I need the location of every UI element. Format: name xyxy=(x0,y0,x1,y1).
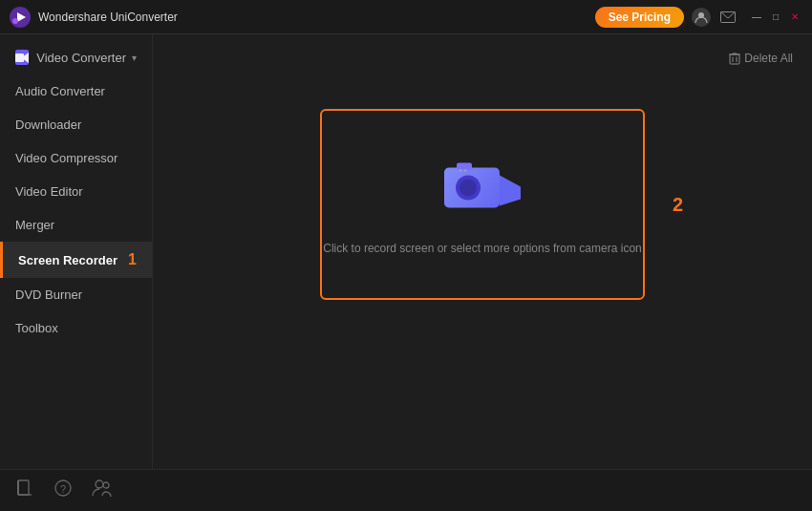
svg-point-24 xyxy=(96,480,103,488)
sidebar: Video Converter ▾ Audio Converter Downlo… xyxy=(0,34,153,469)
maximize-button[interactable]: □ xyxy=(768,10,783,25)
mail-icon[interactable] xyxy=(718,8,737,27)
account-icon[interactable] xyxy=(692,8,711,27)
book-icon[interactable] xyxy=(15,479,34,502)
sidebar-item-label-downloader: Downloader xyxy=(15,117,81,132)
app-logo xyxy=(10,7,31,28)
people-icon[interactable] xyxy=(92,479,113,502)
svg-rect-7 xyxy=(730,54,739,64)
svg-point-2 xyxy=(12,18,18,24)
camera-icon-wrap xyxy=(439,154,525,224)
record-hint: Click to record screen or select more op… xyxy=(323,242,641,255)
sidebar-item-audio-converter[interactable]: Audio Converter xyxy=(0,75,152,108)
record-area-container: Click to record screen or select more op… xyxy=(320,109,645,300)
svg-text:?: ? xyxy=(60,483,66,495)
sidebar-item-label-toolbox: Toolbox xyxy=(15,321,58,335)
sidebar-item-downloader[interactable]: Downloader xyxy=(0,108,152,141)
sidebar-item-label-dvd-burner: DVD Burner xyxy=(15,287,82,302)
main-area: Video Converter ▾ Audio Converter Downlo… xyxy=(0,34,812,469)
area-badge-2: 2 xyxy=(673,194,683,216)
sidebar-item-dvd-burner[interactable]: DVD Burner xyxy=(0,278,152,311)
sidebar-item-label-video-compressor: Video Compressor xyxy=(15,151,118,165)
delete-all-button[interactable]: Delete All xyxy=(729,52,793,65)
svg-rect-5 xyxy=(15,53,24,62)
record-box[interactable]: Click to record screen or select more op… xyxy=(320,109,645,300)
record-area: Click to record screen or select more op… xyxy=(172,80,793,459)
sidebar-item-merger[interactable]: Merger xyxy=(0,208,152,242)
content-area: Delete All xyxy=(153,34,812,469)
titlebar: Wondershare UniConverter See Pricing — □… xyxy=(0,0,812,34)
svg-point-15 xyxy=(459,169,462,172)
video-converter-icon xyxy=(15,50,29,65)
sidebar-item-video-converter[interactable]: Video Converter ▾ xyxy=(0,40,152,75)
close-button[interactable]: ✕ xyxy=(787,10,802,25)
svg-point-13 xyxy=(459,180,477,197)
camera-icon xyxy=(439,154,525,221)
delete-all-label: Delete All xyxy=(744,52,793,65)
titlebar-right: See Pricing — □ ✕ xyxy=(595,7,802,28)
sidebar-item-toolbox[interactable]: Toolbox xyxy=(0,311,152,345)
svg-marker-6 xyxy=(24,53,29,63)
svg-rect-19 xyxy=(18,480,29,495)
svg-point-25 xyxy=(103,482,109,488)
sidebar-badge-1: 1 xyxy=(128,251,137,268)
dropdown-arrow-icon: ▾ xyxy=(132,53,137,63)
svg-point-16 xyxy=(464,169,467,172)
sidebar-item-video-compressor[interactable]: Video Compressor xyxy=(0,141,152,175)
content-header: Delete All xyxy=(172,44,793,73)
see-pricing-button[interactable]: See Pricing xyxy=(595,7,684,28)
trash-icon xyxy=(729,52,740,65)
app-title: Wondershare UniConverter xyxy=(38,11,595,24)
help-icon[interactable]: ? xyxy=(53,479,73,502)
sidebar-item-video-editor[interactable]: Video Editor xyxy=(0,175,152,208)
sidebar-item-label-video-converter: Video Converter xyxy=(36,51,126,65)
sidebar-item-label-screen-recorder: Screen Recorder xyxy=(18,253,118,267)
sidebar-item-label-audio-converter: Audio Converter xyxy=(15,84,105,98)
window-controls: — □ ✕ xyxy=(749,10,802,25)
sidebar-item-label-video-editor: Video Editor xyxy=(15,184,83,199)
bottom-bar: ? xyxy=(0,469,812,511)
svg-rect-14 xyxy=(457,163,472,170)
sidebar-item-label-merger: Merger xyxy=(15,218,54,232)
minimize-button[interactable]: — xyxy=(749,10,764,25)
sidebar-item-screen-recorder[interactable]: Screen Recorder 1 xyxy=(0,242,152,278)
